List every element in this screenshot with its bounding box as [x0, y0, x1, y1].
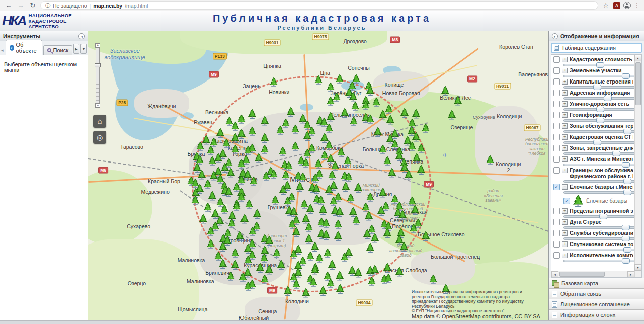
slider-handle[interactable] [599, 214, 607, 219]
layer-checkbox[interactable] [553, 230, 560, 236]
christmas-tree-marker[interactable] [395, 267, 404, 277]
layer-checkbox[interactable] [553, 145, 560, 151]
christmas-tree-marker[interactable] [344, 156, 352, 167]
reload-icon[interactable]: ↻ [28, 1, 37, 11]
christmas-tree-marker[interactable] [322, 219, 330, 229]
christmas-tree-marker[interactable] [261, 133, 269, 143]
browser-menu-icon[interactable]: ⋮ [634, 2, 640, 9]
christmas-tree-marker[interactable] [317, 196, 325, 206]
christmas-tree-marker[interactable] [336, 284, 344, 294]
christmas-tree-marker[interactable] [383, 263, 391, 273]
scroll-up-icon[interactable]: ▲ [634, 55, 641, 61]
layer-checkbox[interactable] [553, 167, 560, 174]
christmas-tree-marker[interactable] [270, 77, 278, 87]
christmas-tree-marker[interactable] [271, 196, 279, 206]
christmas-tree-marker[interactable] [222, 139, 230, 149]
christmas-tree-marker[interactable] [336, 271, 344, 281]
christmas-tree-marker[interactable] [408, 142, 416, 152]
christmas-tree-marker[interactable] [282, 171, 290, 181]
christmas-tree-marker[interactable] [276, 125, 284, 135]
christmas-tree-marker[interactable] [342, 182, 350, 192]
scroll-thumb[interactable] [635, 62, 641, 105]
christmas-tree-marker[interactable] [350, 117, 358, 127]
layer-checkbox[interactable] [553, 101, 560, 107]
christmas-tree-marker[interactable] [379, 144, 387, 154]
layer-opacity-slider[interactable] [564, 260, 637, 262]
panel-button-license[interactable]: Лицензионное соглашение [549, 299, 644, 310]
tab-search[interactable]: Поиск [43, 45, 72, 55]
layer-opacity-slider[interactable] [564, 180, 637, 183]
christmas-tree-marker[interactable] [225, 117, 233, 127]
christmas-tree-marker[interactable] [366, 115, 374, 125]
christmas-tree-marker[interactable] [220, 204, 228, 214]
christmas-tree-marker[interactable] [207, 145, 215, 155]
christmas-tree-marker[interactable] [199, 214, 207, 224]
layer-checkbox[interactable] [553, 208, 560, 214]
christmas-tree-marker[interactable] [382, 201, 390, 211]
slider-handle[interactable] [623, 179, 631, 184]
layer-opacity-slider[interactable] [564, 86, 637, 89]
christmas-tree-marker[interactable] [412, 109, 420, 119]
layer-opacity-slider[interactable] [564, 75, 637, 77]
christmas-tree-marker[interactable] [388, 168, 396, 178]
christmas-tree-marker[interactable] [302, 288, 310, 298]
layer-opacity-slider[interactable] [564, 215, 637, 218]
christmas-tree-marker[interactable] [299, 173, 307, 183]
christmas-tree-marker[interactable] [429, 275, 437, 285]
christmas-tree-marker[interactable] [248, 239, 256, 249]
christmas-tree-marker[interactable] [292, 279, 300, 289]
map-zoom-slider[interactable]: + − [95, 43, 100, 108]
christmas-tree-marker[interactable] [204, 202, 212, 212]
layer-opacity-slider[interactable] [564, 119, 637, 122]
christmas-tree-marker[interactable] [231, 144, 239, 154]
christmas-tree-marker[interactable] [417, 143, 425, 153]
christmas-tree-marker[interactable] [211, 222, 219, 232]
christmas-tree-marker[interactable] [312, 184, 320, 194]
christmas-tree-marker[interactable] [291, 142, 299, 152]
layer-opacity-slider[interactable] [564, 108, 637, 111]
christmas-tree-marker[interactable] [314, 75, 323, 86]
panel-button-base-map[interactable]: Базовая карта [549, 278, 644, 289]
christmas-tree-marker[interactable] [240, 214, 249, 224]
slider-handle[interactable] [596, 118, 604, 123]
christmas-tree-marker[interactable] [371, 265, 379, 275]
christmas-tree-marker[interactable] [405, 170, 413, 180]
christmas-tree-marker[interactable] [384, 274, 392, 284]
christmas-tree-marker[interactable] [383, 156, 391, 166]
christmas-tree-marker[interactable] [292, 227, 300, 237]
layer-opacity-slider[interactable] [564, 226, 637, 229]
bookmark-star-icon[interactable]: ☆ [601, 1, 610, 11]
christmas-tree-marker[interactable] [231, 249, 239, 259]
christmas-tree-marker[interactable] [414, 219, 422, 229]
layer-opacity-slider[interactable] [564, 130, 637, 133]
christmas-tree-marker[interactable] [315, 253, 324, 263]
christmas-tree-marker[interactable] [204, 179, 212, 189]
christmas-tree-marker[interactable] [265, 236, 273, 246]
christmas-tree-marker[interactable] [328, 260, 336, 270]
table-of-contents-button[interactable]: Таблица содержания [551, 43, 642, 53]
christmas-tree-marker[interactable] [379, 188, 387, 198]
christmas-tree-marker[interactable] [225, 187, 233, 197]
layer-expander-icon[interactable]: + [562, 101, 568, 107]
layer-checkbox[interactable] [553, 134, 560, 140]
site-info-icon[interactable]: ⓘ [45, 2, 50, 9]
christmas-tree-marker[interactable] [374, 127, 382, 137]
profile-icon[interactable] [623, 2, 631, 9]
christmas-tree-marker[interactable] [341, 108, 349, 118]
christmas-tree-marker[interactable] [296, 182, 304, 192]
christmas-tree-marker[interactable] [354, 268, 362, 278]
christmas-tree-marker[interactable] [365, 211, 373, 221]
zoom-track[interactable] [96, 48, 100, 103]
christmas-tree-marker[interactable] [448, 110, 456, 120]
christmas-tree-marker[interactable] [413, 153, 421, 164]
christmas-tree-marker[interactable] [391, 129, 399, 139]
slider-handle[interactable] [623, 129, 631, 134]
tab-scroll-left-icon[interactable]: ◂ [1, 48, 5, 55]
christmas-tree-marker[interactable] [219, 259, 227, 269]
christmas-tree-marker[interactable] [255, 153, 263, 163]
christmas-tree-marker[interactable] [308, 126, 316, 136]
christmas-tree-marker[interactable] [334, 220, 342, 230]
slider-handle[interactable] [622, 73, 630, 79]
layer-checkbox[interactable] [553, 252, 560, 259]
layer-expander-icon[interactable]: + [562, 156, 568, 162]
